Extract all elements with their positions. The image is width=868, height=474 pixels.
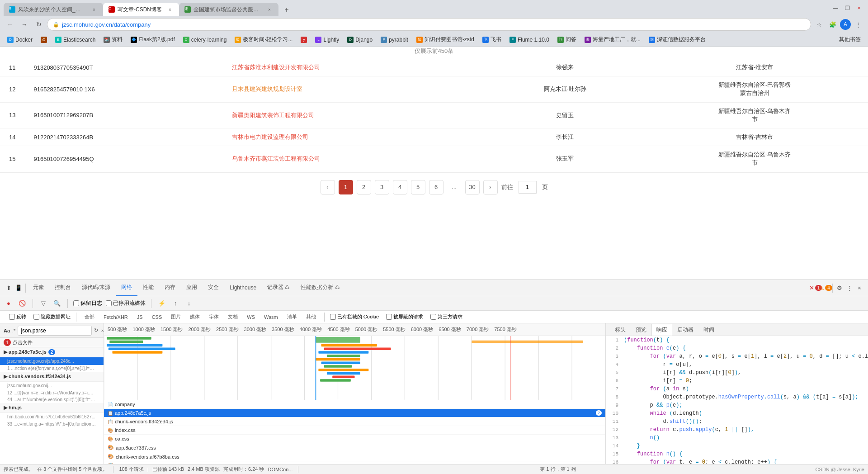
bookmark-star-button[interactable]: ☆: [813, 18, 826, 31]
bookmark-django[interactable]: D Django: [344, 34, 376, 45]
bookmark-y[interactable]: y: [297, 34, 311, 45]
disable-cache-checkbox[interactable]: 已停用流媒体: [106, 299, 146, 307]
profile-button[interactable]: A: [840, 19, 851, 30]
company-link[interactable]: 乌鲁木齐市燕江装饰工程有限公司: [232, 155, 320, 162]
file-item-index-css[interactable]: 🎨 index.css: [104, 426, 605, 435]
throttle-icon[interactable]: ⚡: [158, 299, 166, 308]
company-name[interactable]: 江苏省苏淮水利建设开发有限公司: [223, 59, 489, 76]
rp-tab-response[interactable]: 响应: [651, 324, 672, 336]
hide-data-input[interactable]: [33, 314, 39, 320]
dt-tab-application[interactable]: 应用: [181, 280, 203, 296]
menu-button[interactable]: ⋮: [852, 18, 864, 31]
source-group-header-hm[interactable]: ▶ hm.js: [0, 403, 104, 413]
new-tab-button[interactable]: +: [280, 4, 293, 16]
page-button-1[interactable]: 1: [339, 180, 353, 194]
type-other-button[interactable]: 其他: [303, 313, 319, 321]
blocked-cookies-checkbox[interactable]: 已有拦截的 Cookie: [330, 313, 379, 320]
bookmark-lightly[interactable]: L Lightly: [311, 34, 343, 45]
reverse-input[interactable]: [9, 314, 15, 320]
bookmark-geek[interactable]: 极 极客时间-轻松学习...: [231, 34, 296, 45]
close-window-button[interactable]: ×: [854, 3, 864, 14]
page-button-4[interactable]: 4: [393, 180, 407, 194]
tab-bilibili[interactable]: B 风吹来的沙的个人空间_哔哩哔... ×: [4, 3, 103, 16]
forward-button[interactable]: →: [18, 18, 31, 31]
bookmark-c[interactable]: C: [37, 34, 51, 45]
bookmark-pyrabbit[interactable]: P pyrabbit: [377, 34, 412, 45]
type-all-button[interactable]: 全部: [82, 313, 97, 321]
refresh-search-button[interactable]: ↻: [94, 327, 99, 335]
file-item-chunk-vendors[interactable]: 📋 chunk-vendors.ff342e34.js: [104, 417, 605, 426]
type-media-button[interactable]: 媒体: [187, 313, 203, 321]
rp-tab-initiator[interactable]: 启动器: [672, 324, 698, 336]
click-file-hint[interactable]: 点击文件: [13, 339, 33, 346]
devtools-more-icon[interactable]: ⋮: [845, 284, 854, 292]
source-item-chunk[interactable]: jzsc.mohurd.gov.cn/j...: [0, 382, 104, 389]
page-button-3[interactable]: 3: [375, 180, 389, 194]
file-item-chunk-css[interactable]: 🎨 chunk-vendors.af67b8ba.css: [104, 452, 605, 461]
company-link[interactable]: 且末县建兴建筑规划设计室: [232, 85, 302, 92]
bookmark-knowledge[interactable]: 知 知识付费图书馆-zstd: [413, 34, 478, 45]
clear-button[interactable]: 🚫: [18, 299, 26, 308]
file-item-app-css[interactable]: 🎨 app.8acc7337.css: [104, 443, 605, 452]
tab-close-construction[interactable]: ×: [266, 6, 273, 13]
prev-page-button[interactable]: ‹: [321, 180, 335, 194]
company-link[interactable]: 吉林市电力建设监理有限公司: [232, 133, 308, 140]
blocked-requests-input[interactable]: [386, 314, 392, 320]
tab-close-bilibili[interactable]: ×: [90, 6, 98, 13]
minimize-button[interactable]: —: [830, 3, 841, 14]
company-name[interactable]: 乌鲁木齐市燕江装饰工程有限公司: [223, 146, 489, 172]
devtools-warn-icon[interactable]: ⚠ 4: [821, 284, 830, 292]
type-font-button[interactable]: 字体: [206, 313, 222, 321]
source-group-header-chunk[interactable]: ▶ chunk-vendors.ff342e34.js: [0, 372, 104, 382]
hide-data-urls-checkbox[interactable]: 隐藏数据网址: [33, 313, 71, 320]
type-js-button[interactable]: JS: [134, 313, 146, 321]
page-button-5[interactable]: 5: [411, 180, 425, 194]
source-item-app-active[interactable]: jzsc.mohurd.gov.cn/js/app.248c...: [0, 357, 104, 365]
type-css-button[interactable]: CSS: [149, 313, 165, 321]
bookmark-flask[interactable]: 🔷 Flask第2版.pdf: [127, 34, 178, 45]
next-page-button[interactable]: ›: [483, 180, 498, 194]
search-network-icon[interactable]: 🔍: [53, 299, 61, 308]
company-link[interactable]: 新疆奥阳建筑装饰工程有限公司: [232, 112, 314, 118]
dt-tab-elements[interactable]: 元素: [28, 280, 49, 296]
bookmark-factory[interactable]: 海 海量产地工厂，就...: [581, 34, 644, 45]
dt-tab-performance[interactable]: 性能: [137, 280, 159, 296]
tab-construction[interactable]: 建 全国建筑市场监督公共服务平台... ×: [179, 3, 278, 16]
type-wasm-button[interactable]: Wasm: [261, 313, 281, 321]
type-doc-button[interactable]: 文档: [225, 313, 241, 321]
company-name[interactable]: 吉林市电力建设监理有限公司: [223, 128, 489, 146]
record-button[interactable]: ●: [5, 299, 13, 308]
url-bar[interactable]: 🔒 jzsc.mohurd.gov.cn/data/company: [47, 18, 811, 31]
blocked-requests-checkbox[interactable]: 被屏蔽的请求: [386, 313, 423, 320]
dt-tab-lighthouse[interactable]: Lighthouse: [224, 280, 262, 296]
preserve-log-input[interactable]: [73, 300, 79, 306]
source-item-hm[interactable]: hm.baidu.com/hm.js?b1b4b9ea61b6f1627...: [0, 413, 104, 421]
dt-tab-perf-insights[interactable]: 性能数据分析 ♺: [295, 280, 345, 296]
goto-page-input[interactable]: [519, 181, 537, 194]
company-name[interactable]: 且末县建兴建筑规划设计室: [223, 76, 489, 102]
dt-tab-console[interactable]: 控制台: [49, 280, 76, 296]
company-name[interactable]: 新疆奥阳建筑装饰工程有限公司: [223, 102, 489, 128]
extensions-button[interactable]: 🧩: [826, 18, 839, 31]
type-manifest-button[interactable]: 清单: [284, 313, 300, 321]
rp-tab-header[interactable]: 标头: [610, 324, 631, 336]
source-group-header-app[interactable]: ▶ app.248c7a5c.js 2: [0, 347, 104, 357]
search-input[interactable]: [18, 326, 92, 336]
bookmark-more[interactable]: 其他书签: [835, 34, 864, 45]
bookmark-docker[interactable]: D Docker: [4, 34, 36, 45]
bookmark-celery[interactable]: C celery-learning: [179, 34, 231, 45]
import-icon[interactable]: ↑: [171, 299, 179, 308]
rp-tab-timing[interactable]: 时间: [698, 324, 719, 336]
third-party-checkbox[interactable]: 第三方请求: [430, 313, 462, 320]
preserve-log-checkbox[interactable]: 保留日志: [73, 299, 102, 307]
type-fetch-button[interactable]: Fetch/XHR: [101, 313, 131, 321]
file-item-prompt-js[interactable]: 📋 prompt.js: [104, 461, 605, 464]
tab-close-csdn[interactable]: ×: [166, 6, 174, 13]
regex-option[interactable]: .*: [12, 327, 16, 335]
type-ws-button[interactable]: WS: [244, 313, 258, 321]
reload-button[interactable]: ↻: [33, 18, 45, 31]
page-button-6[interactable]: 6: [429, 180, 443, 194]
tab-csdn[interactable]: C 写文章-CSDN博客 ×: [103, 3, 179, 16]
devtools-close-icon[interactable]: ×: [855, 284, 863, 292]
bookmark-feishu[interactable]: 飞 飞书: [479, 34, 505, 45]
